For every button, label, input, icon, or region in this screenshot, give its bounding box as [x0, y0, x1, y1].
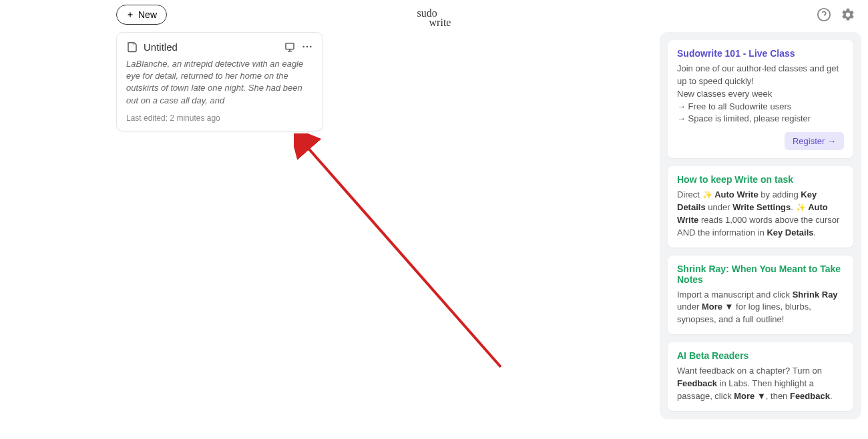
svg-point-7: [302, 46, 304, 48]
text-span: Direct: [677, 189, 702, 199]
card-title: Shrink Ray: When You Meant to Take Notes: [677, 264, 844, 285]
card-line: Join one of our author-led classes and g…: [677, 63, 844, 88]
topbar-right: [816, 7, 861, 23]
sparkle-icon: ✨: [702, 189, 712, 201]
card-line: → Space is limited, please register: [677, 113, 844, 125]
card-text: Import a manuscript and click Shrink Ray…: [677, 289, 844, 327]
logo-line2: write: [417, 17, 451, 28]
settings-button[interactable]: [840, 7, 856, 23]
text-span: , then: [766, 391, 790, 401]
document-preview: LaBlanche, an intrepid detective with an…: [126, 58, 313, 107]
help-button[interactable]: [816, 7, 832, 23]
new-button-label: New: [138, 9, 157, 20]
text-span: under: [706, 202, 732, 212]
document-title: Untitled: [144, 41, 278, 53]
card-line: → Free to all Sudowrite users: [677, 101, 844, 113]
info-card-beta-readers: AI Beta Readers Want feedback on a chapt…: [668, 342, 853, 411]
svg-point-9: [310, 46, 312, 48]
text-bold: Shrink Ray: [793, 290, 838, 300]
text-span: Want feedback on a chapter? Turn on: [677, 366, 822, 376]
card-title: How to keep Write on task: [677, 174, 844, 185]
card-line: New classes every week: [677, 88, 844, 101]
gear-icon: [841, 7, 855, 22]
document-last-edited: Last edited: 2 minutes ago: [126, 113, 313, 123]
text-bold: Key Details: [767, 228, 813, 238]
present-icon[interactable]: [284, 41, 296, 53]
card-text: Join one of our author-led classes and g…: [677, 63, 844, 125]
text-bold: Auto Write: [714, 189, 758, 199]
text-span: under: [677, 302, 702, 312]
documents-column: Untitled LaBlanche, an intrepid detectiv…: [116, 32, 323, 131]
card-title: Sudowrite 101 - Live Class: [677, 48, 844, 59]
text-span: Import a manuscript and click: [677, 290, 793, 300]
new-button[interactable]: New: [116, 5, 167, 25]
text-span: .: [791, 202, 795, 212]
document-icon: [126, 41, 138, 53]
text-bold: More ▼: [702, 302, 734, 312]
info-sidebar: Sudowrite 101 - Live Class Join one of o…: [660, 32, 861, 419]
info-card-live-class: Sudowrite 101 - Live Class Join one of o…: [668, 40, 853, 158]
text-span: .: [814, 228, 817, 238]
text-bold: More ▼: [734, 391, 766, 401]
text-bold: Feedback: [677, 378, 717, 388]
document-card-header: Untitled: [126, 41, 313, 53]
card-text: Want feedback on a chapter? Turn on Feed…: [677, 365, 844, 403]
info-card-shrink-ray: Shrink Ray: When You Meant to Take Notes…: [668, 256, 853, 335]
text-bold: Write Settings: [732, 202, 791, 212]
svg-line-11: [306, 145, 501, 367]
svg-point-8: [306, 46, 308, 48]
register-button[interactable]: Register →: [785, 132, 844, 150]
help-icon: [817, 7, 831, 22]
info-card-write-on-task: How to keep Write on task Direct ✨ Auto …: [668, 166, 853, 247]
text-span: .: [830, 391, 833, 401]
text-span: by adding: [758, 189, 801, 199]
more-icon[interactable]: [301, 41, 313, 53]
topbar: New sudo write: [0, 0, 868, 29]
annotation-arrow: [294, 133, 514, 374]
logo: sudo write: [417, 8, 451, 28]
card-text: Direct ✨ Auto Write by adding Key Detail…: [677, 189, 844, 239]
text-bold: Feedback: [790, 391, 830, 401]
svg-rect-4: [286, 43, 294, 49]
sparkle-icon: ✨: [796, 202, 806, 213]
card-title: AI Beta Readers: [677, 350, 844, 361]
plus-icon: [126, 11, 134, 19]
document-card[interactable]: Untitled LaBlanche, an intrepid detectiv…: [116, 32, 323, 131]
